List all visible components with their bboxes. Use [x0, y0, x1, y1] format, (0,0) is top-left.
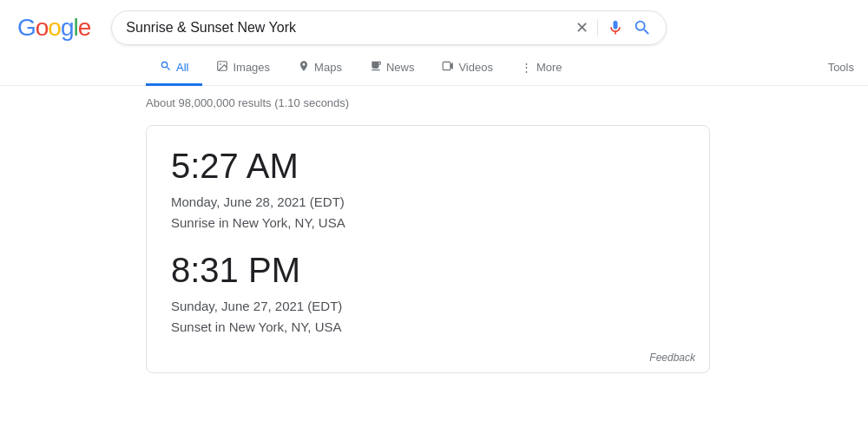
tab-images-label: Images [233, 61, 270, 74]
sunset-time: 8:31 PM [171, 251, 685, 289]
header: Google Sunrise & Sunset New York ✕ [0, 0, 868, 45]
logo-o1: o [36, 14, 49, 42]
tab-more-label: More [536, 61, 562, 74]
svg-point-1 [220, 63, 222, 65]
logo-g2: g [61, 14, 74, 42]
tab-videos-label: Videos [458, 61, 493, 74]
tab-maps-label: Maps [314, 61, 342, 74]
google-logo[interactable]: Google [17, 14, 90, 42]
sunrise-block: 5:27 AM Monday, June 28, 2021 (EDT) Sunr… [171, 147, 685, 233]
nav-tabs: All Images Maps News Videos ⋮ More Tools [0, 45, 868, 86]
sunrise-location: Sunrise in New York, NY, USA [171, 213, 685, 233]
tab-all-label: All [176, 61, 188, 74]
svg-rect-2 [444, 62, 451, 69]
tools-button[interactable]: Tools [814, 52, 868, 85]
tab-news[interactable]: News [356, 51, 429, 86]
more-icon: ⋮ [521, 61, 532, 74]
logo-e: e [78, 14, 91, 42]
maps-icon [298, 60, 310, 75]
tab-videos[interactable]: Videos [428, 51, 507, 86]
sunrise-time: 5:27 AM [171, 147, 685, 185]
all-icon [160, 60, 172, 75]
sunset-date: Sunday, June 27, 2021 (EDT) [171, 296, 685, 317]
tab-news-label: News [386, 61, 415, 74]
sunrise-date: Monday, June 28, 2021 (EDT) [171, 192, 685, 213]
tab-maps[interactable]: Maps [284, 51, 356, 86]
tab-images[interactable]: Images [202, 51, 284, 86]
logo-g: G [17, 14, 36, 42]
videos-icon [442, 60, 454, 75]
search-bar[interactable]: Sunrise & Sunset New York ✕ [111, 10, 667, 45]
search-icon[interactable] [633, 18, 652, 37]
feedback-link[interactable]: Feedback [649, 352, 695, 364]
divider [597, 19, 598, 36]
microphone-icon[interactable] [607, 19, 624, 36]
search-input[interactable]: Sunrise & Sunset New York [126, 20, 567, 36]
main-content: 5:27 AM Monday, June 28, 2021 (EDT) Sunr… [0, 116, 868, 382]
info-card: 5:27 AM Monday, June 28, 2021 (EDT) Sunr… [146, 125, 710, 373]
tab-more[interactable]: ⋮ More [507, 52, 576, 85]
sunset-location: Sunset in New York, NY, USA [171, 317, 685, 338]
clear-icon[interactable]: ✕ [575, 20, 589, 36]
images-icon [216, 60, 228, 75]
news-icon [370, 60, 382, 75]
results-info: About 98,000,000 results (1.10 seconds) [0, 89, 868, 116]
sunset-block: 8:31 PM Sunday, June 27, 2021 (EDT) Suns… [171, 251, 685, 338]
search-icons: ✕ [575, 18, 652, 37]
tab-all[interactable]: All [146, 51, 202, 86]
logo-o2: o [48, 14, 61, 42]
